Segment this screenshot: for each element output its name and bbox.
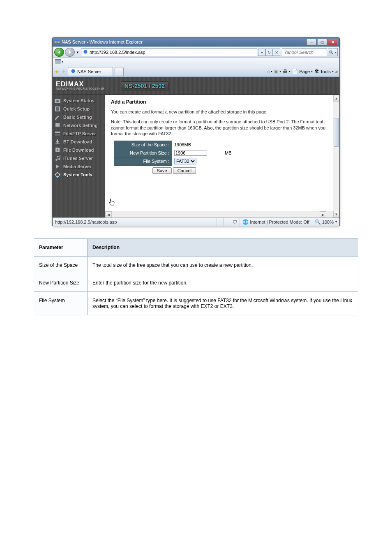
scroll-up-arrow[interactable]: ▲ <box>333 95 339 102</box>
parameter-table: Parameter Description Size of the Space … <box>34 238 358 315</box>
file-download-icon <box>54 147 61 153</box>
music-icon <box>54 155 61 162</box>
download-icon <box>54 139 61 145</box>
window-title: NAS Server - Windows Internet Explorer <box>62 39 143 44</box>
links-dropdown[interactable]: ▾ <box>62 60 63 64</box>
search-input[interactable] <box>282 48 327 56</box>
search-button[interactable]: ▾ <box>328 48 338 56</box>
tab-nas-server[interactable]: NAS Server <box>68 67 113 76</box>
sidebar-item-file-ftp[interactable]: File/FTP Server <box>53 130 105 138</box>
favorites-icon[interactable]: ★ <box>54 68 60 75</box>
status-security-pane: 🛡 <box>230 218 240 226</box>
svg-line-4 <box>332 53 333 54</box>
cancel-button[interactable]: Cancel <box>173 167 196 174</box>
tools-menu[interactable]: 🛠Tools▾ <box>314 69 334 74</box>
tab-bar: ★ ✦ NAS Server ⌂▾ ▣▾ 🖶▾ 📄Page▾ 🛠Tools▾ » <box>53 66 339 77</box>
file-system-select[interactable]: FAT32 <box>174 158 196 164</box>
param-cell: New Partition Size <box>34 274 88 292</box>
scroll-down-arrow[interactable]: ▼ <box>333 211 339 217</box>
page-content: EDIMAX NETWORKING PEOPLE TOGETHER NS-250… <box>53 77 339 217</box>
svg-rect-6 <box>55 59 61 60</box>
status-pane-2 <box>223 218 230 226</box>
table-row: Size of the Space The total size of the … <box>34 257 358 274</box>
url-dropdown[interactable]: ▾ <box>258 49 265 56</box>
status-zone-pane[interactable]: 🌐 Internet | Protected Mode: Off <box>240 218 312 226</box>
sidebar-item-label: System Tools <box>63 172 92 177</box>
param-cell: Size of the Space <box>34 257 88 274</box>
sidebar-item-quick-setup[interactable]: Quick Setup <box>53 105 105 113</box>
sidebar-item-media[interactable]: Media Server <box>53 162 105 171</box>
edit-icon <box>54 114 61 120</box>
server-icon <box>54 130 61 137</box>
sidebar-item-label: Media Server <box>63 164 91 169</box>
brand-name: EDIMAX <box>56 81 104 88</box>
print-button[interactable]: 🖶▾ <box>283 69 291 74</box>
sidebar-item-file-download[interactable]: File Download <box>53 146 105 154</box>
home-button[interactable]: ⌂▾ <box>267 69 272 74</box>
tools-icon <box>54 171 61 178</box>
scroll-right-arrow[interactable]: ▶ <box>320 211 326 217</box>
dashboard-icon <box>54 97 61 104</box>
zoom-icon: 🔍 <box>315 219 321 225</box>
new-partition-size-label: New Partition Size : <box>114 149 172 157</box>
scroll-left-arrow[interactable]: ◀ <box>105 211 112 217</box>
network-icon <box>54 122 61 129</box>
url-field[interactable] <box>81 48 257 56</box>
svg-rect-12 <box>57 127 58 127</box>
shield-icon: 🛡 <box>233 220 237 224</box>
intro-text: You can create and format a new partitio… <box>111 109 334 115</box>
svg-point-3 <box>330 51 332 53</box>
stop-button[interactable]: ✕ <box>273 49 280 56</box>
param-cell: File System <box>34 292 88 315</box>
sidebar-item-network-setting[interactable]: Network Setting <box>53 121 105 130</box>
forward-button[interactable] <box>65 48 75 57</box>
horizontal-scrollbar[interactable]: ◀ ▶ <box>105 211 333 217</box>
svg-point-2 <box>83 50 87 54</box>
desc-cell: Enter the partition size for the new par… <box>88 274 358 292</box>
wizard-icon <box>54 106 61 112</box>
page-title: Add a Partition <box>111 99 334 105</box>
sidebar-item-system-status[interactable]: System Status <box>53 97 105 105</box>
links-bar: ▾ <box>53 58 339 66</box>
note-text: Note: This tool can only create or forma… <box>111 119 334 136</box>
tab-label: NAS Server <box>77 69 101 74</box>
nav-history-dropdown[interactable]: ▼ <box>76 51 79 54</box>
ie-icon <box>54 39 60 45</box>
size-of-space-value: 1906MB <box>172 141 234 149</box>
brand-block: EDIMAX NETWORKING PEOPLE TOGETHER <box>56 81 104 91</box>
unit-label: MB <box>225 150 232 155</box>
add-favorites-icon[interactable]: ✦ <box>61 68 66 75</box>
svg-point-7 <box>71 69 75 73</box>
main-panel: Add a Partition You can create and forma… <box>105 95 339 217</box>
sidebar-item-label: File Download <box>63 148 94 153</box>
tab-favicon <box>71 69 76 74</box>
minimize-button[interactable]: ─ <box>307 39 316 45</box>
save-button[interactable]: Save <box>152 167 172 174</box>
page-icon <box>83 49 88 55</box>
maximize-button[interactable]: ▭ <box>317 39 327 45</box>
sidebar-item-label: Quick Setup <box>63 106 90 111</box>
status-pane-1 <box>217 218 223 226</box>
back-button[interactable] <box>54 48 64 57</box>
sidebar-item-system-tools[interactable]: System Tools <box>53 171 105 179</box>
sidebar-item-basic-setting[interactable]: Basic Setting <box>53 113 105 121</box>
svg-point-19 <box>56 173 60 177</box>
overflow-button[interactable]: » <box>335 69 338 74</box>
sidebar-item-bt-download[interactable]: BT Download <box>53 138 105 146</box>
zoom-control[interactable]: 🔍 100% ▾ <box>312 218 339 226</box>
page-menu[interactable]: 📄Page▾ <box>292 69 313 74</box>
title-bar: NAS Server - Windows Internet Explorer ─… <box>53 37 339 46</box>
scroll-thumb[interactable] <box>334 118 339 147</box>
header-description: Description <box>88 239 358 257</box>
table-row: New Partition Size Enter the partition s… <box>34 274 358 292</box>
close-button[interactable]: ✕ <box>328 39 338 45</box>
links-icon[interactable] <box>55 59 61 65</box>
refresh-button[interactable]: ↻ <box>265 49 273 56</box>
address-input[interactable] <box>90 50 255 55</box>
new-partition-size-input[interactable] <box>174 150 207 156</box>
new-tab-button[interactable] <box>115 67 124 76</box>
sidebar-item-itunes[interactable]: iTunes Server <box>53 154 105 162</box>
feeds-button[interactable]: ▣▾ <box>274 69 281 74</box>
vertical-scrollbar[interactable]: ▲ ▼ <box>333 95 339 217</box>
desc-cell: Select the “File System” type here. It i… <box>88 292 358 315</box>
